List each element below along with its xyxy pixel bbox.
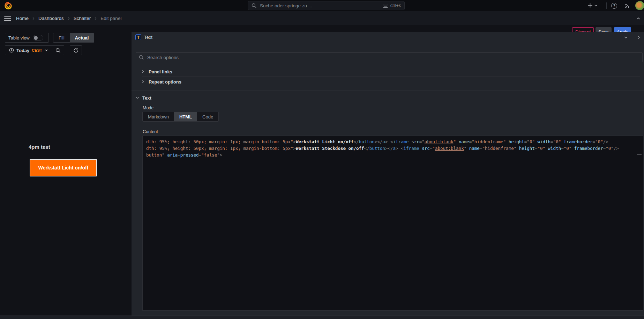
breadcrumb: Home Dashboards Schalter Edit panel bbox=[16, 11, 121, 26]
breadcrumb-schalter[interactable]: Schalter bbox=[74, 16, 91, 21]
table-view-control: Table view bbox=[5, 33, 49, 43]
breadcrumb-edit-panel: Edit panel bbox=[100, 16, 121, 21]
chevron-down-icon bbox=[624, 35, 628, 39]
actual-option[interactable]: Actual bbox=[70, 33, 94, 42]
pane-size-switch: Fill Actual bbox=[53, 33, 94, 43]
grafana-edit-panel-page: ctrl+k ? Home bbox=[0, 0, 644, 319]
fill-option[interactable]: Fill bbox=[53, 33, 70, 42]
chevron-down-icon bbox=[136, 96, 139, 100]
clock-icon bbox=[9, 48, 14, 53]
section-panel-links[interactable]: Panel links bbox=[141, 67, 643, 76]
chevron-down-icon bbox=[594, 4, 598, 7]
chevron-right-icon bbox=[141, 80, 145, 84]
chevron-right-icon bbox=[637, 35, 641, 39]
mode-markdown[interactable]: Markdown bbox=[143, 112, 174, 121]
chevron-right-icon bbox=[67, 17, 70, 20]
chevron-right-icon bbox=[94, 17, 97, 20]
viz-row-divider bbox=[632, 32, 632, 43]
hamburger-icon bbox=[4, 16, 11, 21]
content-label: Content bbox=[143, 129, 158, 134]
mode-radio-group: Markdown HTML Code bbox=[142, 112, 219, 122]
add-new-button[interactable] bbox=[587, 3, 598, 8]
search-icon bbox=[139, 55, 144, 60]
time-picker-button[interactable]: Today CEST bbox=[5, 46, 52, 55]
user-avatar[interactable] bbox=[635, 1, 644, 10]
section-divider bbox=[132, 90, 644, 91]
rss-icon bbox=[624, 3, 630, 8]
pane-splitter[interactable] bbox=[128, 26, 128, 316]
time-range-controls: Today CEST bbox=[5, 45, 64, 55]
timezone-label: CEST bbox=[32, 48, 42, 52]
options-search-input[interactable] bbox=[147, 55, 639, 60]
time-range-label: Today bbox=[16, 48, 29, 53]
zoom-out-icon bbox=[55, 48, 61, 53]
refresh-button[interactable] bbox=[70, 45, 82, 55]
keyboard-icon bbox=[383, 4, 388, 8]
code-line: dth: 95%; height: 50px; margin: 1px; mar… bbox=[146, 145, 643, 152]
breadcrumb-dashboards[interactable]: Dashboards bbox=[38, 16, 64, 21]
section-label: Panel links bbox=[149, 69, 172, 74]
global-search-input[interactable] bbox=[259, 3, 380, 9]
search-shortcut-label: ctrl+k bbox=[390, 3, 401, 8]
options-search-box bbox=[136, 52, 643, 62]
global-search-box: ctrl+k bbox=[248, 1, 405, 10]
editor-overview-ruler-mark bbox=[637, 154, 642, 155]
plus-icon bbox=[587, 3, 593, 8]
mode-code[interactable]: Code bbox=[197, 112, 218, 121]
content-code-editor[interactable]: dth: 95%; height: 50px; margin: 1px; mar… bbox=[142, 136, 643, 311]
breadcrumb-home[interactable]: Home bbox=[16, 16, 29, 21]
visualization-picker-button[interactable]: T Text bbox=[132, 32, 644, 43]
werkstatt-licht-button[interactable]: Werkstatt Licht on/off bbox=[30, 159, 97, 176]
visualization-name: Text bbox=[144, 35, 152, 40]
panel-content-heading: 4pm test bbox=[29, 144, 50, 150]
chevron-right-icon bbox=[32, 17, 35, 20]
grafana-logo-icon[interactable] bbox=[4, 1, 13, 10]
news-button[interactable] bbox=[624, 3, 630, 8]
collapse-options-pane-button[interactable] bbox=[637, 35, 641, 39]
topbar-divider bbox=[606, 2, 607, 9]
code-line: dth: 95%; height: 50px; margin: 1px; mar… bbox=[146, 138, 643, 145]
toggle-knob bbox=[34, 36, 38, 40]
panel-options-pane: T Text Panel links bbox=[132, 32, 644, 316]
mode-label: Mode bbox=[143, 106, 153, 110]
section-divider bbox=[142, 76, 640, 77]
section-text[interactable]: Text bbox=[136, 94, 151, 102]
code-line: button" aria-pressed="false"> bbox=[146, 152, 643, 158]
bottom-section-edge bbox=[0, 316, 644, 319]
chevron-up-icon bbox=[636, 16, 641, 21]
mode-html[interactable]: HTML bbox=[174, 112, 197, 121]
top-nav-bar: ctrl+k ? bbox=[0, 0, 644, 11]
section-label: Repeat options bbox=[149, 79, 181, 85]
collapse-controls-button[interactable] bbox=[636, 16, 641, 21]
table-view-toggle[interactable] bbox=[33, 35, 43, 41]
table-view-label: Table view bbox=[8, 35, 30, 41]
chevron-down-icon bbox=[45, 49, 48, 52]
search-icon bbox=[252, 3, 256, 8]
menu-toggle-button[interactable] bbox=[4, 11, 11, 26]
text-panel-icon: T bbox=[135, 34, 141, 40]
code-content: dth: 95%; height: 50px; margin: 1px; mar… bbox=[143, 136, 643, 158]
chevron-right-icon bbox=[141, 70, 145, 73]
section-label: Text bbox=[142, 95, 151, 101]
section-repeat-options[interactable]: Repeat options bbox=[141, 77, 643, 86]
breadcrumb-bar: Home Dashboards Schalter Edit panel Disc… bbox=[0, 11, 644, 26]
zoom-out-time-button[interactable] bbox=[52, 46, 64, 55]
search-shortcut-hint: ctrl+k bbox=[383, 3, 401, 8]
refresh-icon bbox=[73, 48, 78, 53]
help-icon: ? bbox=[611, 3, 617, 9]
help-button[interactable]: ? bbox=[611, 3, 617, 9]
